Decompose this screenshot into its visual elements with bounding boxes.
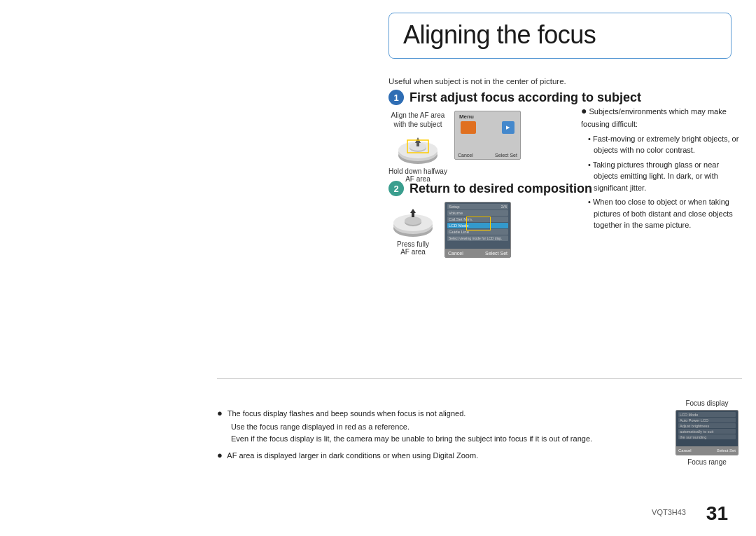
lcd-cancel-set: Cancel Select Set	[455, 153, 520, 158]
step2-title: Return to desired composition	[410, 181, 592, 196]
lcd-f-row-1: Auto Power LCD	[678, 418, 736, 422]
lcd-icon-orange	[461, 121, 476, 134]
bullet-item-2: • Taking pictures through glass or near …	[588, 159, 742, 194]
lcd-af-marker	[466, 217, 491, 231]
step1-title: First adjust focus according to subject	[410, 90, 641, 105]
lcd-step1: Menu ▶ Cancel Select Set	[454, 111, 521, 160]
step2-content: Press fully AF area Setup 2/6 Volume Cal…	[388, 202, 511, 258]
af-label-top: Align the AF area with the subject	[391, 111, 445, 129]
lcd-step1-wrap: Menu ▶ Cancel Select Set	[454, 111, 521, 160]
bottom-bullet-1: ● AF area is displayed larger in dark co…	[217, 448, 665, 463]
lcd-f-row-3: automatically to suit	[678, 429, 736, 434]
lcd-menu-label: Menu	[459, 114, 474, 120]
step1-content: Align the AF area with the subject Hold …	[388, 111, 521, 183]
lcd-step2: Setup 2/6 Volume Cal.Set Mim. LCD Mode G…	[444, 202, 511, 258]
bullet-item-3: • When too close to object or when takin…	[588, 196, 742, 231]
svg-marker-13	[410, 209, 416, 213]
page-title: Aligning the focus	[403, 20, 596, 49]
step2-af-area-label: AF area	[400, 248, 426, 256]
focus-display-box: Focus display LCD Mode Auto Power LCD Ad…	[672, 399, 742, 466]
svg-point-12	[405, 217, 421, 225]
bullets-head: ● Subjects/environments which may make f…	[581, 104, 742, 130]
camera-shutter-icon	[393, 129, 442, 167]
step2-badge: 2	[388, 181, 404, 196]
bottom-bullet-0: ● The focus display flashes and beep sou…	[217, 406, 665, 446]
lcd-s2-row-5: Select viewing mode for LCD disp.	[447, 235, 508, 241]
right-bullets: ● Subjects/environments which may make f…	[581, 104, 742, 234]
page-container: Aligning the focus Useful when subject i…	[0, 0, 756, 536]
camera-press-icon	[388, 202, 438, 240]
lcd-f-row-4: the surrounding	[678, 434, 736, 439]
lcd-focus: LCD Mode Auto Power LCD Adjust brightnes…	[676, 410, 738, 455]
hold-label: Hold down halfway	[388, 167, 447, 175]
lcd-s2-row-1: Volume	[447, 210, 508, 216]
lcd-step2-wrap: Setup 2/6 Volume Cal.Set Mim. LCD Mode G…	[444, 202, 511, 258]
step2-camera-wrap: Press fully AF area	[388, 202, 438, 256]
step1-header: 1 First adjust focus according to subjec…	[388, 90, 641, 105]
step1-camera-wrap: Align the AF area with the subject Hold …	[388, 111, 447, 183]
svg-rect-6	[416, 143, 419, 146]
lcd-icon-btn: ▶	[502, 121, 514, 134]
lcd-f-row-2: Adjust brightness	[678, 423, 736, 428]
focus-display-label: Focus display	[685, 399, 728, 407]
focus-range-label: Focus range	[687, 458, 727, 466]
step1-badge: 1	[388, 90, 404, 105]
page-number: 31	[706, 502, 728, 525]
lcd-s2-bottom: Cancel Select Set	[445, 249, 510, 257]
step2-header: 2 Return to desired composition	[388, 181, 592, 196]
useful-line: Useful when subject is not in the center…	[388, 77, 566, 85]
svg-rect-14	[412, 213, 414, 217]
bullet-item-1: • Fast-moving or extremely bright object…	[588, 133, 742, 156]
vqt-label: VQT3H43	[652, 508, 686, 516]
press-label: Press fully	[397, 240, 429, 248]
divider-line	[217, 378, 742, 379]
title-box: Aligning the focus	[388, 13, 732, 59]
lcd-focus-bottom: Cancel Select Set	[676, 446, 738, 455]
lcd-f-row-0: LCD Mode	[678, 412, 736, 417]
lcd-focus-inner: LCD Mode Auto Power LCD Adjust brightnes…	[676, 411, 738, 446]
lcd-s2-row-0: Setup 2/6	[447, 204, 508, 209]
bottom-bullets: ● The focus display flashes and beep sou…	[217, 406, 665, 466]
